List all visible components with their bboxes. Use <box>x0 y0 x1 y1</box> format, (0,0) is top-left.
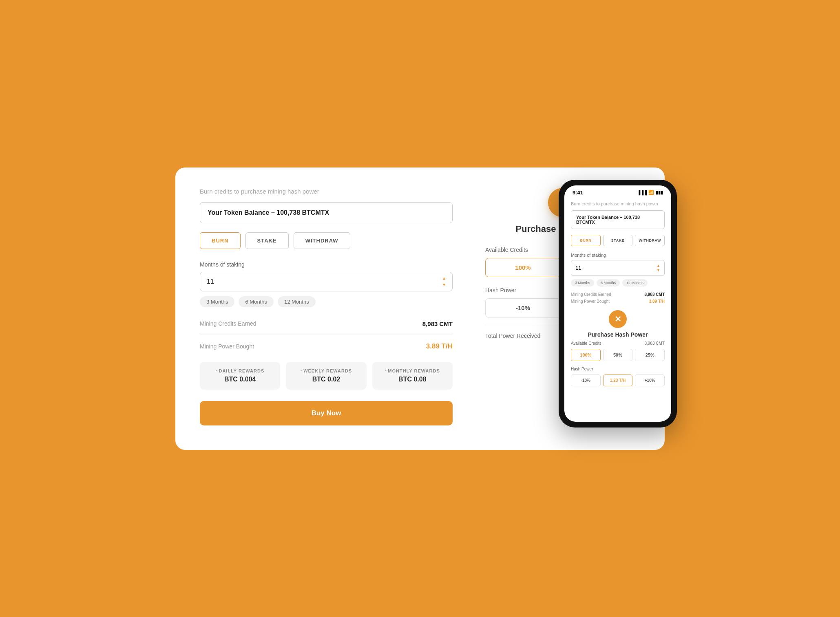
phone-mining-power-value: 3.89 T/H <box>649 299 665 304</box>
burn-button[interactable]: BURN <box>200 232 241 249</box>
phone-pills: 3 Months 6 Months 12 Months <box>571 279 665 286</box>
weekly-rewards-value: BTC 0.02 <box>291 376 361 383</box>
spinner-down[interactable]: ▼ <box>440 282 448 288</box>
staking-section-label: Months of staking <box>200 261 453 268</box>
phone-spinner-down[interactable]: ▼ <box>657 268 660 272</box>
phone-pill-12m[interactable]: 12 Months <box>622 279 648 286</box>
phone-balance-box: Your Token Balance – 100,738 BTCMTX <box>571 210 665 229</box>
phone-status-bar: 9:41 ▐▐▐ 📶 ▮▮▮ <box>564 185 671 197</box>
mining-power-label: Mining Power Bought <box>200 343 254 350</box>
phone-credit-btns: 100% 50% 25% <box>571 349 665 361</box>
month-pills: 3 Months 6 Months 12 Months <box>200 296 453 307</box>
phone-mining-power-row: Mining Power Bought 3.89 T/H <box>571 299 665 304</box>
phone-credits-row: Available Credits 8,983 CMT <box>571 341 665 346</box>
phone-hash-value[interactable]: 1.23 T/H <box>603 375 633 386</box>
signal-icon: ▐▐▐ <box>637 190 647 195</box>
phone-content: Burn credits to purchase mining hash pow… <box>564 197 671 419</box>
phone-stake-btn[interactable]: STAKE <box>603 235 633 246</box>
left-panel: Burn credits to purchase mining hash pow… <box>200 188 453 425</box>
mining-credits-row: Mining Credits Earned 8,983 CMT <box>200 320 453 327</box>
phone-pill-3m[interactable]: 3 Months <box>571 279 594 286</box>
monthly-rewards-title: ~MONTHLY REWARDS <box>377 368 448 373</box>
battery-icon: ▮▮▮ <box>656 190 663 195</box>
spinner-up[interactable]: ▲ <box>440 275 448 281</box>
weekly-rewards-title: ~WEEKLY REWARDS <box>291 368 361 373</box>
divider-1 <box>200 335 453 335</box>
phone-mining-credits-value: 8,983 CMT <box>645 292 665 297</box>
phone-logo-section: ✕ Purchase Hash Power <box>571 310 665 338</box>
phone-credit-50[interactable]: 50% <box>603 349 633 361</box>
months-input[interactable] <box>200 272 453 291</box>
phone-credit-25[interactable]: 25% <box>635 349 665 361</box>
available-credits-label: Available Credits <box>485 247 528 253</box>
daily-rewards-value: BTC 0.004 <box>205 376 275 383</box>
wifi-icon: 📶 <box>648 190 654 195</box>
phone-purchase-title: Purchase Hash Power <box>571 331 665 338</box>
phone-hash-label: Hash Power <box>571 367 665 371</box>
daily-rewards-card: ~DAILLY REWARDS BTC 0.004 <box>200 362 280 390</box>
left-subtitle: Burn credits to purchase mining hash pow… <box>200 188 453 195</box>
token-balance-box: Your Token Balance – 100,738 BTCMTX <box>200 202 453 223</box>
pill-12-months[interactable]: 12 Months <box>278 296 316 307</box>
monthly-rewards-card: ~MONTHLY REWARDS BTC 0.08 <box>372 362 453 390</box>
phone-container: 9:41 ▐▐▐ 📶 ▮▮▮ Burn credits to purchase … <box>559 180 677 427</box>
phone-staking-label: Months of staking <box>571 253 665 258</box>
phone-mining-credits-row: Mining Credits Earned 8,983 CMT <box>571 292 665 297</box>
withdraw-button[interactable]: WITHDRAW <box>294 232 350 249</box>
daily-rewards-title: ~DAILLY REWARDS <box>205 368 275 373</box>
spinner-buttons: ▲ ▼ <box>440 275 448 288</box>
phone-subtitle: Burn credits to purchase mining hash pow… <box>571 201 665 206</box>
phone-status-icons: ▐▐▐ 📶 ▮▮▮ <box>637 190 663 195</box>
mining-credits-label: Mining Credits Earned <box>200 320 256 327</box>
rewards-row: ~DAILLY REWARDS BTC 0.004 ~WEEKLY REWARD… <box>200 362 453 390</box>
weekly-rewards-card: ~WEEKLY REWARDS BTC 0.02 <box>286 362 366 390</box>
hash-minus-button[interactable]: -10% <box>485 298 561 317</box>
phone-logo-circle: ✕ <box>609 310 627 328</box>
total-power-label: Total Power Received <box>485 333 540 339</box>
phone-screen: 9:41 ▐▐▐ 📶 ▮▮▮ Burn credits to purchase … <box>564 185 671 422</box>
phone-spinner-up[interactable]: ▲ <box>657 264 660 268</box>
phone-credit-100[interactable]: 100% <box>571 349 601 361</box>
phone-burn-btn[interactable]: BURN <box>571 235 601 246</box>
phone-frame: 9:41 ▐▐▐ 📶 ▮▮▮ Burn credits to purchase … <box>559 180 677 427</box>
phone-time: 9:41 <box>573 190 583 196</box>
monthly-rewards-value: BTC 0.08 <box>377 376 448 383</box>
buy-now-button[interactable]: Buy Now <box>200 401 453 425</box>
phone-balance-text: Your Token Balance – 100,738 BTCMTX <box>576 215 640 225</box>
phone-mining-power-label: Mining Power Bought <box>571 299 610 304</box>
pill-3-months[interactable]: 3 Months <box>200 296 234 307</box>
credit-100-button[interactable]: 100% <box>485 258 561 277</box>
phone-logo-x-icon: ✕ <box>615 314 621 324</box>
phone-hash-minus[interactable]: -10% <box>571 375 601 386</box>
phone-withdraw-btn[interactable]: WITHDRAW <box>635 235 665 246</box>
main-card: Burn credits to purchase mining hash pow… <box>175 167 665 450</box>
pill-6-months[interactable]: 6 Months <box>239 296 273 307</box>
phone-pill-6m[interactable]: 6 Months <box>597 279 620 286</box>
phone-months-input[interactable]: 11 ▲ ▼ <box>571 260 665 276</box>
token-balance-text: Your Token Balance – 100,738 BTCMTX <box>208 209 329 216</box>
mining-credits-value: 8,983 CMT <box>422 320 453 327</box>
stake-button[interactable]: STAKE <box>245 232 289 249</box>
phone-hash-btns: -10% 1.23 T/H +10% <box>571 375 665 386</box>
action-buttons: BURN STAKE WITHDRAW <box>200 232 453 249</box>
phone-credits-label: Available Credits <box>571 341 601 346</box>
mining-power-value: 3.89 T/H <box>426 342 453 350</box>
phone-months-value: 11 <box>575 265 581 271</box>
phone-credits-value: 8,983 CMT <box>645 341 665 346</box>
phone-action-btns: BURN STAKE WITHDRAW <box>571 235 665 246</box>
mining-power-row: Mining Power Bought 3.89 T/H <box>200 342 453 350</box>
phone-spinner: ▲ ▼ <box>657 264 660 272</box>
phone-mining-credits-label: Mining Credits Earned <box>571 292 611 297</box>
phone-hash-plus[interactable]: +10% <box>635 375 665 386</box>
months-input-wrapper: ▲ ▼ <box>200 272 453 291</box>
